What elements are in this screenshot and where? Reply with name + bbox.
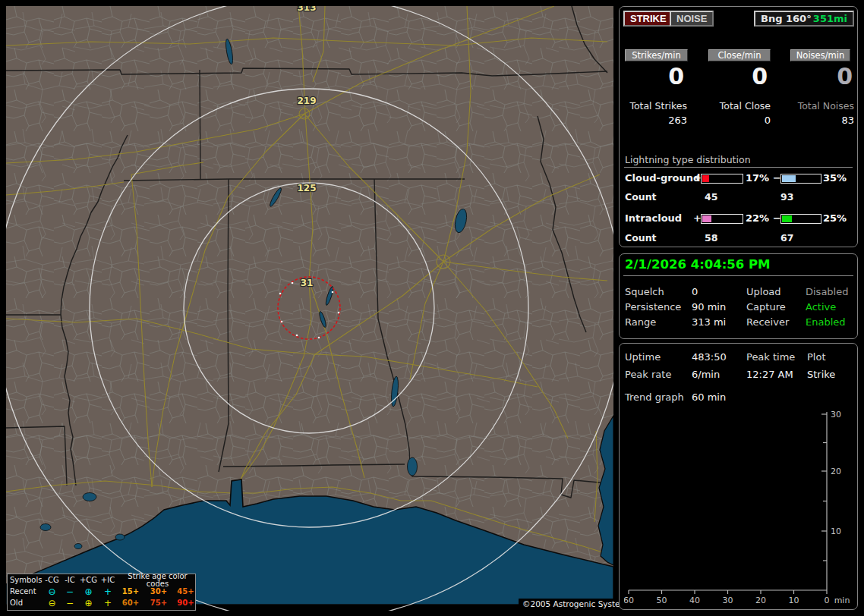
x-tick-40: 40	[689, 596, 700, 605]
total-close-label: Total Close	[703, 100, 771, 112]
receiver-status: Enabled	[806, 316, 846, 328]
range-label: Range	[625, 316, 656, 328]
age-90: 90+	[173, 599, 198, 607]
legend-age-header: Strike age color codes	[117, 573, 198, 588]
age-75: 75+	[144, 599, 173, 607]
y-tick-10: 10	[831, 526, 841, 536]
cg-count-label: Count	[625, 191, 657, 203]
cg-pos-bar	[701, 174, 743, 184]
legend-header-pos-cg: +CG	[78, 577, 99, 584]
symbol-legend: Symbols -CG -IC +CG +IC Strike age color…	[7, 574, 196, 611]
close-per-min-value: 0	[707, 64, 768, 89]
range-value: 313 mi	[692, 316, 726, 328]
noise-mode-button[interactable]: NOISE	[670, 11, 714, 27]
ic-count-label: Count	[625, 232, 657, 244]
x-tick-60: 60	[624, 596, 634, 605]
bearing-display: Bng 160° 351mi	[754, 11, 854, 27]
legend-old-label: Old	[10, 599, 43, 607]
recent-neg-ic-icon: −	[61, 587, 78, 596]
ic-neg-bar	[780, 214, 821, 224]
x-tick-50: 50	[657, 596, 667, 605]
total-strikes-label: Total Strikes	[620, 100, 687, 112]
capture-label: Capture	[746, 301, 786, 313]
age-30: 30+	[144, 588, 173, 596]
uptime-value: 483:50	[692, 351, 727, 363]
map-canvas[interactable]: 313 219 125 31 Symbols -CG -IC +CG +IC S…	[6, 6, 613, 611]
uptime-label: Uptime	[625, 351, 661, 363]
status-panel: 2/1/2026 4:04:56 PM Squelch 0 Upload Dis…	[619, 253, 858, 339]
upload-label: Upload	[746, 286, 781, 297]
peak-time-value: 12:27 AM	[746, 369, 793, 380]
cg-pos-percent: 17%	[746, 172, 769, 184]
y-tick-20: 20	[831, 467, 841, 476]
plot-mode-value: Strike	[807, 369, 835, 380]
x-axis-unit: min	[834, 596, 850, 605]
capture-status: Active	[806, 301, 836, 313]
age-15: 15+	[117, 588, 144, 596]
plot-label: Plot	[807, 351, 826, 363]
legend-header-neg-ic: -IC	[61, 577, 78, 584]
y-tick-30: 30	[831, 410, 841, 420]
strikes-per-min-button[interactable]: Strikes/min	[625, 49, 688, 61]
total-close-value: 0	[703, 115, 771, 126]
noises-per-min-value: 0	[792, 64, 853, 89]
peak-time-label: Peak time	[746, 351, 795, 363]
total-noises-value: 83	[787, 115, 854, 126]
noises-per-min-button[interactable]: Noises/min	[790, 49, 850, 61]
ring-label-313: 313	[297, 6, 316, 13]
strike-mode-button[interactable]: STRIKE	[623, 11, 673, 27]
legend-header-pos-ic: +IC	[99, 577, 117, 584]
app-window: { "map": { "ring_labels": ["313","219","…	[0, 0, 864, 616]
trend-graph-period: 60 min	[692, 391, 726, 403]
recent-pos-cg-icon: ⊕	[78, 587, 99, 596]
x-tick-30: 30	[723, 596, 733, 605]
peak-rate-label: Peak rate	[625, 369, 671, 380]
bearing-label: Bng 160°	[761, 13, 812, 24]
ic-pos-bar	[701, 214, 743, 224]
total-noises-label: Total Noises	[787, 100, 854, 112]
ring-label-31: 31	[301, 278, 314, 288]
age-60: 60+	[117, 599, 144, 607]
cg-neg-bar	[780, 174, 821, 184]
legend-symbols-header: Symbols	[10, 577, 43, 584]
old-neg-cg-icon: ⊖	[43, 599, 61, 608]
cg-pos-count: 45	[705, 191, 717, 203]
strike-stats-panel: STRIKE NOISE Bng 160° 351mi Strikes/min …	[619, 6, 858, 247]
chart-tick-labels: 30 20 10 60 50 40 30 20 10 0 min	[624, 410, 850, 605]
peak-rate-value: 6/min	[692, 369, 720, 380]
distribution-divider	[624, 167, 853, 168]
persistence-value: 90 min	[692, 301, 726, 313]
trend-chart: 30 20 10 60 50 40 30 20 10 0 min	[624, 407, 853, 606]
ic-neg-percent: 25%	[823, 212, 847, 224]
upload-status: Disabled	[806, 286, 848, 297]
trend-panel: Uptime 483:50 Peak time Plot Peak rate 6…	[619, 343, 858, 610]
datetime-display: 2/1/2026 4:04:56 PM	[625, 257, 771, 272]
ic-pos-percent: 22%	[746, 212, 769, 224]
squelch-value: 0	[692, 286, 698, 297]
ring-label-125: 125	[297, 183, 316, 193]
distribution-title: Lightning type distribution	[625, 154, 751, 165]
age-45: 45+	[173, 588, 198, 596]
legend-header-neg-cg: -CG	[43, 577, 61, 584]
x-tick-20: 20	[755, 596, 766, 605]
cg-neg-count: 93	[780, 191, 793, 203]
persistence-label: Persistence	[625, 301, 681, 313]
x-tick-0: 0	[825, 596, 830, 605]
trend-graph-label: Trend graph	[625, 391, 684, 403]
squelch-label: Squelch	[625, 286, 664, 297]
intracloud-label: Intracloud	[625, 212, 682, 224]
bearing-distance: 351mi	[813, 13, 847, 24]
strikes-per-min-value: 0	[623, 64, 684, 89]
ic-pos-count: 58	[705, 232, 717, 244]
legend-recent-label: Recent	[10, 588, 43, 596]
old-pos-ic-icon: +	[99, 599, 117, 608]
ring-label-219: 219	[297, 96, 316, 106]
total-strikes-value: 263	[620, 115, 687, 126]
x-tick-10: 10	[789, 596, 799, 605]
cloud-ground-label: Cloud-ground	[625, 172, 700, 184]
close-per-min-button[interactable]: Close/min	[708, 49, 771, 61]
chart-axes	[629, 412, 827, 594]
ic-neg-count: 67	[780, 232, 793, 244]
recent-pos-ic-icon: +	[99, 587, 117, 596]
old-pos-cg-icon: ⊕	[78, 599, 99, 608]
